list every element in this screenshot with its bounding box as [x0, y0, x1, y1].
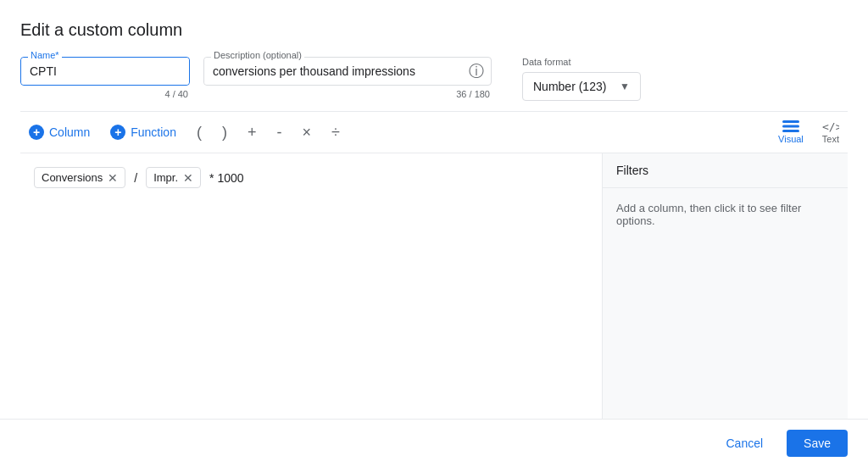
function-btn-label: Function [131, 125, 176, 139]
save-button[interactable]: Save [787, 430, 848, 457]
plus-circle-function-icon: + [110, 125, 125, 140]
desc-label: Description (optional) [211, 50, 304, 60]
cancel-button[interactable]: Cancel [712, 430, 776, 457]
toolbar: + Column + Function ( ) + - × ÷ [20, 111, 848, 153]
visual-view-button[interactable]: Visual [770, 117, 812, 147]
visual-icon [782, 120, 799, 132]
desc-input[interactable] [204, 58, 469, 85]
name-fieldset: Name* [20, 57, 190, 86]
token-conversions[interactable]: Conversions ✕ [34, 167, 125, 188]
dialog-footer: Cancel Save [0, 419, 868, 467]
filters-panel: Filters Add a column, then click it to s… [602, 153, 848, 419]
plus-circle-icon: + [29, 125, 44, 140]
add-column-button[interactable]: + Column [20, 120, 98, 145]
desc-fieldset: Description (optional) ⓘ [203, 57, 492, 86]
paren-open-button[interactable]: ( [188, 120, 210, 145]
formula-divider: / [132, 168, 139, 188]
visual-label: Visual [778, 134, 804, 144]
svg-rect-1 [782, 125, 799, 128]
main-area: Conversions ✕ / Impr. ✕ * 1000 Filters A… [20, 153, 848, 419]
name-label: Name* [28, 50, 62, 60]
dialog-title: Edit a custom column [20, 20, 848, 40]
name-char-count: 4 / 40 [20, 89, 190, 99]
help-icon[interactable]: ⓘ [469, 61, 491, 81]
chevron-down-icon: ▼ [620, 81, 630, 92]
op-plus-button[interactable]: + [239, 120, 265, 145]
svg-text:</>: </> [822, 120, 839, 132]
svg-rect-2 [782, 130, 799, 132]
desc-char-count: 36 / 180 [203, 89, 492, 99]
token-impr-close[interactable]: ✕ [183, 172, 193, 184]
op-minus-button[interactable]: - [268, 120, 290, 145]
formula-area[interactable]: Conversions ✕ / Impr. ✕ * 1000 [20, 153, 602, 419]
formula-multiplier: * 1000 [208, 168, 245, 188]
filters-hint: Add a column, then click it to see filte… [603, 188, 848, 241]
page-container: Edit a custom column Name* 4 / 40 Descri… [0, 0, 868, 467]
desc-field-group: Description (optional) ⓘ 36 / 180 [203, 57, 492, 99]
text-label: Text [822, 134, 839, 144]
text-code-icon: </> [822, 120, 839, 132]
svg-rect-0 [782, 120, 799, 123]
token-impr-label: Impr. [153, 171, 178, 184]
text-view-button[interactable]: </> Text [814, 117, 848, 147]
filters-header: Filters [603, 153, 848, 188]
dialog-content: Edit a custom column Name* 4 / 40 Descri… [0, 0, 868, 419]
column-btn-label: Column [49, 125, 90, 139]
token-conversions-close[interactable]: ✕ [108, 172, 118, 184]
op-multiply-button[interactable]: × [293, 120, 320, 145]
token-conversions-label: Conversions [42, 171, 103, 184]
data-format-label: Data format [522, 57, 641, 67]
paren-close-button[interactable]: ) [214, 120, 236, 145]
name-field-group: Name* 4 / 40 [20, 57, 190, 99]
add-function-button[interactable]: + Function [102, 120, 185, 145]
data-format-group: Data format Number (123) ▼ [522, 57, 641, 101]
data-format-select[interactable]: Number (123) ▼ [522, 72, 641, 101]
form-row: Name* 4 / 40 Description (optional) ⓘ 36… [20, 57, 848, 101]
view-toggle: Visual </> Text [770, 117, 848, 147]
format-value: Number (123) [533, 80, 606, 93]
token-impr[interactable]: Impr. ✕ [146, 167, 201, 188]
op-divide-button[interactable]: ÷ [323, 120, 348, 145]
name-input[interactable] [21, 58, 189, 85]
